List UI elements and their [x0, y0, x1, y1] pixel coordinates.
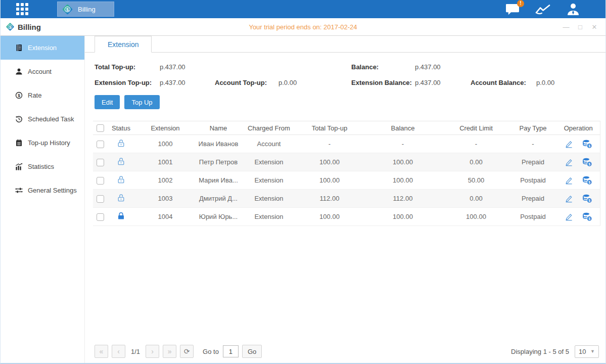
extension-topup-value: p.437.00: [160, 79, 215, 86]
balance-value: p.437.00: [415, 63, 441, 71]
edit-row-icon[interactable]: [565, 213, 573, 221]
column-header-balance: Balance: [362, 121, 443, 135]
extension-cell: 1004: [135, 208, 196, 226]
extension-cell: 1001: [135, 153, 196, 171]
page-size-value: 10: [579, 348, 586, 355]
top-up-row-icon[interactable]: $: [582, 194, 592, 203]
sidebar-item-label: Extension: [28, 44, 57, 52]
first-page-icon[interactable]: «: [95, 345, 108, 358]
trial-notice: Your trial period ends on: 2017-02-24: [1, 23, 605, 31]
row-checkbox[interactable]: [97, 213, 104, 221]
credit-limit-cell: 0.00: [443, 190, 509, 208]
taskbar-tab-label: Billing: [78, 6, 96, 13]
status-cell: [107, 190, 135, 208]
svg-text:$: $: [9, 25, 12, 29]
balance-label: Balance:: [351, 63, 415, 71]
notification-badge: !: [517, 0, 524, 7]
sidebar-item-scheduled-task[interactable]: Scheduled Task: [1, 107, 84, 131]
total-topup-cell: 100.00: [297, 153, 362, 171]
top-up-row-icon[interactable]: $: [582, 140, 592, 148]
goto-label: Go to: [203, 348, 219, 355]
row-checkbox[interactable]: [97, 141, 104, 148]
notifications-icon[interactable]: !: [505, 3, 520, 16]
page-size-select[interactable]: 10 ▼: [575, 345, 599, 358]
top-up-row-icon[interactable]: $: [582, 158, 592, 166]
status-cell: [107, 208, 135, 226]
charged-from-cell: Extension: [241, 171, 297, 190]
edit-row-icon[interactable]: [565, 176, 573, 185]
unlocked-icon: [117, 196, 125, 204]
table-row: 1004 Юрий Юрь... Extension 100.00 100.00…: [93, 208, 600, 226]
billing-window-icon: $: [6, 22, 15, 31]
row-checkbox[interactable]: [97, 159, 104, 166]
goto-page-input[interactable]: [223, 345, 239, 357]
svg-text:$: $: [18, 93, 20, 98]
account-balance-value: p.0.00: [536, 79, 554, 86]
pay-type-cell: Prepaid: [509, 190, 557, 208]
credit-limit-cell: 50.00: [443, 171, 509, 190]
unlocked-icon: [117, 178, 125, 186]
total-topup-cell: 100.00: [297, 208, 362, 226]
extension-ledger-icon: [15, 44, 23, 52]
tab-extension[interactable]: Extension: [95, 36, 152, 53]
pagination-bar: « ‹ 1/1 › » ⟳ Go to Go Displaying 1 - 5 …: [85, 345, 605, 363]
chevron-down-icon: ▼: [590, 349, 595, 354]
column-header-credit-limit: Credit Limit: [443, 121, 509, 135]
account-balance-label: Account Balance:: [471, 79, 536, 86]
sidebar-item-topup-history[interactable]: Top-up History: [1, 131, 84, 155]
minimize-icon[interactable]: —: [562, 23, 570, 31]
window-title-bar: $ Billing Your trial period ends on: 201…: [1, 18, 605, 36]
edit-button[interactable]: Edit: [95, 95, 120, 109]
refresh-icon[interactable]: ⟳: [180, 345, 194, 358]
balance-cell: 112.00: [362, 190, 443, 208]
sidebar-item-extension[interactable]: Extension: [1, 36, 84, 60]
credit-limit-cell: 100.00: [443, 208, 509, 226]
taskbar-tab-billing[interactable]: $ Billing: [57, 2, 114, 17]
svg-text:$: $: [588, 144, 590, 148]
sidebar-item-label: Rate: [28, 92, 41, 99]
close-icon[interactable]: ✕: [590, 23, 598, 31]
top-up-row-icon[interactable]: $: [582, 176, 592, 185]
last-page-icon[interactable]: »: [163, 345, 176, 358]
sidebar-item-general-settings[interactable]: General Settings: [1, 178, 84, 202]
status-cell: [107, 153, 135, 171]
charged-from-cell: Extension: [241, 190, 297, 208]
top-up-button[interactable]: Top Up: [124, 95, 159, 109]
maximize-icon[interactable]: □: [576, 23, 584, 31]
edit-row-icon[interactable]: [565, 158, 573, 166]
previous-page-icon[interactable]: ‹: [112, 345, 125, 358]
user-account-icon[interactable]: [566, 3, 580, 16]
svg-text:$: $: [588, 180, 590, 185]
column-header-operation: Operation: [557, 121, 600, 135]
row-checkbox[interactable]: [97, 195, 104, 203]
app-launcher-icon[interactable]: [16, 3, 28, 15]
sidebar-item-label: General Settings: [28, 187, 77, 194]
statistics-chart-icon[interactable]: [535, 4, 551, 15]
edit-row-icon[interactable]: [565, 195, 573, 203]
table-row: 1001 Петр Петров Extension 100.00 100.00…: [93, 153, 600, 171]
next-page-icon[interactable]: ›: [146, 345, 159, 358]
charged-from-cell: Extension: [241, 153, 297, 171]
svg-text:$: $: [588, 162, 590, 166]
sidebar-item-account[interactable]: Account: [1, 60, 84, 83]
bar-chart-icon: [15, 163, 23, 170]
edit-row-icon[interactable]: [565, 140, 573, 148]
sidebar-item-statistics[interactable]: Statistics: [1, 155, 84, 178]
pay-type-cell: Prepaid: [509, 153, 557, 171]
window-controls: — □ ✕: [562, 23, 598, 31]
page-indicator: 1/1: [131, 348, 140, 355]
row-checkbox[interactable]: [97, 177, 104, 185]
go-button[interactable]: Go: [242, 345, 262, 358]
sidebar-item-rate[interactable]: $ Rate: [1, 83, 84, 107]
select-all-checkbox[interactable]: [97, 124, 104, 132]
table-row: 1003 Дмитрий Д... Extension 112.00 112.0…: [93, 190, 600, 208]
locked-icon: [117, 214, 125, 222]
top-up-row-icon[interactable]: $: [582, 212, 592, 221]
page-title: Billing: [18, 23, 41, 31]
status-cell: [107, 171, 135, 190]
person-icon: [15, 68, 23, 75]
total-topup-label: Total Top-up:: [95, 63, 160, 71]
balance-cell: 100.00: [362, 208, 443, 226]
balance-cell: 100.00: [362, 171, 443, 190]
extension-cell: 1000: [135, 135, 196, 153]
